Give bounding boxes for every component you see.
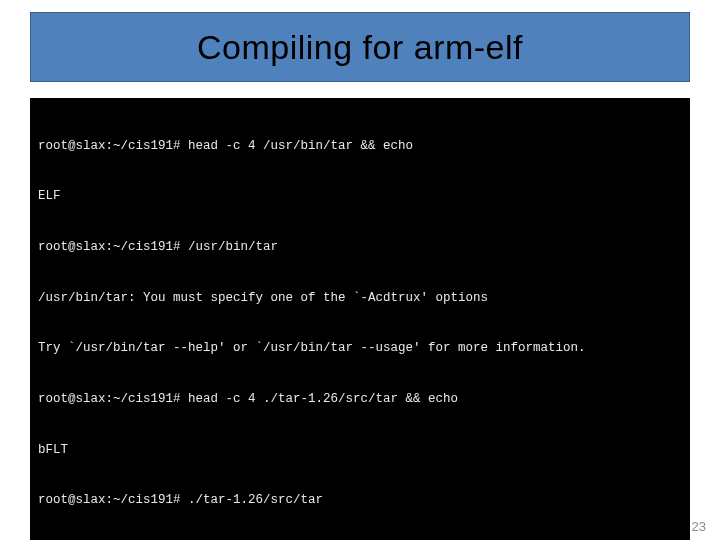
- page-number: 23: [692, 519, 706, 534]
- terminal-line: ELF: [38, 188, 682, 205]
- terminal-line: root@slax:~/cis191# /usr/bin/tar: [38, 239, 682, 256]
- terminal-line: root@slax:~/cis191# head -c 4 /usr/bin/t…: [38, 138, 682, 155]
- terminal-line: /usr/bin/tar: You must specify one of th…: [38, 290, 682, 307]
- terminal-line: root@slax:~/cis191# ./tar-1.26/src/tar: [38, 492, 682, 509]
- terminal-line: root@slax:~/cis191# head -c 4 ./tar-1.26…: [38, 391, 682, 408]
- terminal-line: Try `/usr/bin/tar --help' or `/usr/bin/t…: [38, 340, 682, 357]
- terminal-screenshot: root@slax:~/cis191# head -c 4 /usr/bin/t…: [30, 98, 690, 540]
- title-bar: Compiling for arm-elf: [30, 12, 690, 82]
- terminal-line: bFLT: [38, 442, 682, 459]
- slide-title: Compiling for arm-elf: [197, 28, 523, 67]
